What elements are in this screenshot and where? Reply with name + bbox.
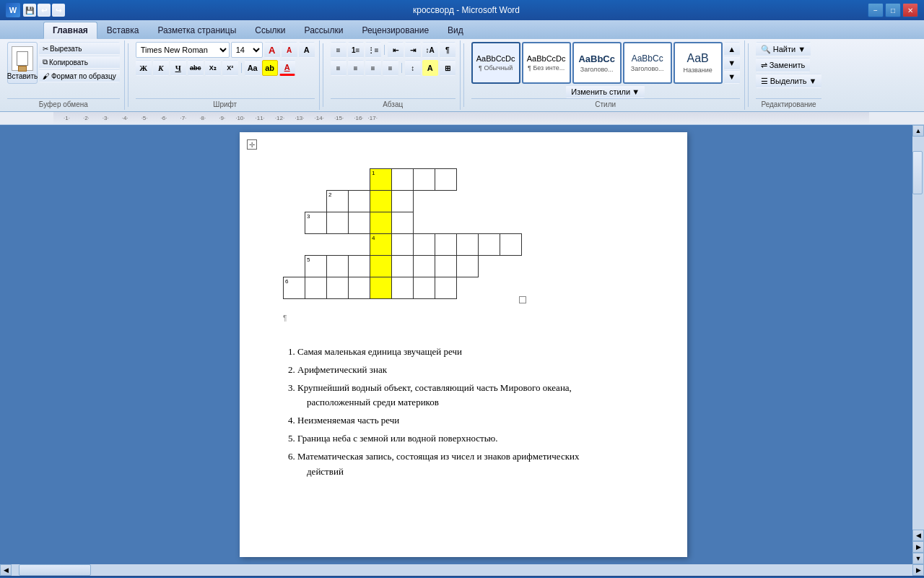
select-btn[interactable]: ☰ Выделить ▼: [756, 74, 822, 88]
tab-pagelayout[interactable]: Разметка страницы: [148, 22, 245, 39]
font-grow-btn[interactable]: A: [264, 42, 280, 58]
align-left-btn[interactable]: ≡: [331, 60, 346, 76]
quick-save-btn[interactable]: 💾: [23, 4, 36, 17]
resize-handle[interactable]: [519, 296, 526, 303]
crossword-cell-r1c6[interactable]: [392, 169, 414, 191]
crossword-cell-r6c5[interactable]: [370, 277, 392, 299]
style-normal[interactable]: AaBbCcDc ¶ Обычный: [471, 42, 520, 84]
crossword-cell-r3c3[interactable]: [327, 212, 349, 234]
style-no-spacing[interactable]: AaBbCcDc ¶ Без инте...: [522, 42, 571, 84]
crossword-cell-r3c2[interactable]: 3: [305, 212, 327, 234]
increase-indent-btn[interactable]: ⇥: [405, 42, 421, 58]
crossword-cell-r1c7[interactable]: [414, 169, 435, 191]
styles-scroll-down[interactable]: ▼: [724, 56, 740, 69]
scroll-next-page[interactable]: ▶: [912, 541, 924, 553]
line-spacing-btn[interactable]: ↕: [405, 60, 421, 76]
underline-btn[interactable]: Ч: [170, 60, 186, 76]
crossword-cell-r4c6[interactable]: [392, 234, 414, 256]
undo-btn[interactable]: ↩: [38, 4, 51, 17]
show-hide-btn[interactable]: ¶: [440, 42, 456, 58]
replace-btn[interactable]: ⇌ Заменить: [756, 58, 811, 72]
scroll-prev-page[interactable]: ◀: [912, 530, 924, 541]
tab-insert[interactable]: Вставка: [97, 22, 149, 39]
crossword-cell-r3c5[interactable]: [370, 212, 392, 234]
crossword-cell-r1c8[interactable]: [435, 169, 457, 191]
crossword-cell-r4c9[interactable]: [457, 234, 479, 256]
subscript-btn[interactable]: X₂: [205, 60, 221, 76]
hscroll-left-btn[interactable]: ◀: [0, 564, 12, 576]
change-styles-btn[interactable]: Изменить стили ▼: [566, 85, 645, 98]
crossword-cell-r4c7[interactable]: [414, 234, 435, 256]
bold-btn[interactable]: Ж: [136, 60, 152, 76]
crossword-cell-r5c4[interactable]: [349, 256, 370, 277]
hscroll-right-btn[interactable]: ▶: [912, 564, 924, 576]
align-right-btn[interactable]: ≡: [365, 60, 381, 76]
case-btn[interactable]: Aa: [245, 60, 261, 76]
crossword-cell-r3c6[interactable]: [392, 212, 414, 234]
scroll-track[interactable]: [912, 137, 924, 530]
crossword-cell-r6c6[interactable]: [392, 277, 414, 299]
minimize-btn[interactable]: −: [868, 3, 884, 17]
crossword-cell-r2c5[interactable]: [370, 191, 392, 212]
scroll-thumb[interactable]: [912, 151, 923, 194]
crossword-cell-r6c7[interactable]: [414, 277, 435, 299]
crossword-cell-r6c3[interactable]: [327, 277, 349, 299]
shading-btn[interactable]: A: [422, 60, 438, 76]
borders-btn[interactable]: ⊞: [440, 60, 456, 76]
numbering-btn[interactable]: 1≡: [348, 42, 364, 58]
multilevel-btn[interactable]: ⋮≡: [365, 42, 381, 58]
font-name-select[interactable]: Times New Roman: [136, 42, 230, 58]
crossword-cell-r6c1[interactable]: 6: [284, 277, 305, 299]
crossword-cell-r6c4[interactable]: [349, 277, 370, 299]
copy-button[interactable]: ⧉ Копировать: [39, 56, 120, 69]
crossword-cell-r4c10[interactable]: [479, 234, 500, 256]
tab-mailings[interactable]: Рассылки: [295, 22, 353, 39]
redo-btn[interactable]: ↪: [52, 4, 65, 17]
crossword-cell-r5c3[interactable]: [327, 256, 349, 277]
crossword-cell-r4c11[interactable]: [500, 234, 522, 256]
hscroll-thumb[interactable]: [19, 564, 91, 576]
styles-scroll-up[interactable]: ▲: [724, 42, 740, 56]
crossword-cell-r4c8[interactable]: [435, 234, 457, 256]
find-btn[interactable]: 🔍 Найти ▼: [756, 42, 811, 56]
clear-format-btn[interactable]: A: [299, 42, 315, 58]
decrease-indent-btn[interactable]: ⇤: [388, 42, 404, 58]
justify-btn[interactable]: ≡: [383, 60, 398, 76]
highlight-btn[interactable]: ab: [262, 60, 278, 76]
crossword-cell-r6c8[interactable]: [435, 277, 457, 299]
crossword-cell-r2c6[interactable]: [392, 191, 414, 212]
tab-home[interactable]: Главная: [43, 22, 97, 39]
hscroll-track[interactable]: [12, 564, 912, 576]
move-handle[interactable]: ✛: [247, 139, 257, 150]
style-heading1[interactable]: AaBbCc Заголово...: [572, 42, 622, 84]
bullets-btn[interactable]: ≡: [331, 42, 346, 58]
styles-more[interactable]: ▼: [724, 70, 740, 84]
crossword-cell-r6c2[interactable]: [305, 277, 327, 299]
crossword-cell-r5c6[interactable]: [392, 256, 414, 277]
crossword-cell-r5c7[interactable]: [414, 256, 435, 277]
font-color-btn[interactable]: A: [279, 60, 295, 76]
align-center-btn[interactable]: ≡: [348, 60, 364, 76]
crossword-cell-r3c4[interactable]: [349, 212, 370, 234]
crossword-cell-r5c2[interactable]: 5: [305, 256, 327, 277]
font-size-select[interactable]: 14: [231, 42, 263, 58]
scroll-up-btn[interactable]: ▲: [912, 125, 924, 137]
close-btn[interactable]: ✕: [902, 3, 918, 17]
crossword-cell-r2c3[interactable]: 2: [327, 191, 349, 212]
font-shrink-btn[interactable]: A: [282, 42, 297, 58]
crossword-cell-r5c9[interactable]: [457, 256, 479, 277]
scroll-down-btn[interactable]: ▼: [912, 553, 924, 564]
italic-btn[interactable]: К: [153, 60, 169, 76]
style-heading2[interactable]: AaBbCc Заголово...: [623, 42, 672, 84]
cut-button[interactable]: ✂ Вырезать: [39, 42, 120, 55]
format-painter-button[interactable]: 🖌 Формат по образцу: [39, 69, 120, 82]
superscript-btn[interactable]: X²: [222, 60, 238, 76]
sort-btn[interactable]: ↕A: [422, 42, 438, 58]
paste-button[interactable]: Вставить: [7, 42, 38, 84]
tab-references[interactable]: Ссылки: [245, 22, 295, 39]
crossword-cell-r5c5[interactable]: [370, 256, 392, 277]
maximize-btn[interactable]: □: [885, 3, 901, 17]
crossword-cell-r2c4[interactable]: [349, 191, 370, 212]
style-title[interactable]: AaB Название: [674, 42, 723, 84]
tab-view[interactable]: Вид: [438, 22, 473, 39]
